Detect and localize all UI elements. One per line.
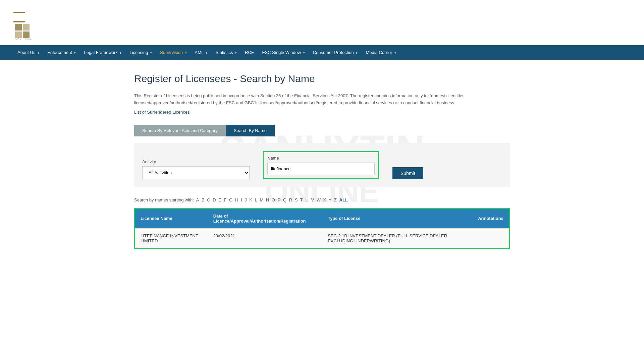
- alpha-Y[interactable]: Y: [329, 197, 332, 202]
- results-table: Licensee Name Date of Licence/Approval/A…: [135, 209, 509, 248]
- nav-link-fsc-single-window[interactable]: FSC Single Window ▾: [258, 45, 309, 60]
- nav-item-rce[interactable]: RCE: [241, 45, 258, 60]
- alpha-O[interactable]: O: [272, 197, 275, 202]
- col-licensee-name: Licensee Name: [135, 209, 208, 229]
- name-input[interactable]: [267, 163, 375, 175]
- nav-link-legal[interactable]: Legal Framework ▾: [80, 45, 125, 60]
- alphabet-row: Search by names starting with: A B C D E…: [134, 197, 510, 202]
- alpha-X[interactable]: X: [323, 197, 326, 202]
- col-annotations: Annotations: [473, 209, 509, 229]
- nav-item-media-corner[interactable]: Media Corner ▾: [362, 45, 400, 60]
- alpha-E[interactable]: E: [218, 197, 221, 202]
- cell-annotations: [473, 228, 509, 248]
- alpha-D[interactable]: D: [213, 197, 216, 202]
- alpha-J[interactable]: J: [245, 197, 247, 202]
- nav-link-supervision[interactable]: Supervision ▾: [156, 45, 191, 60]
- nav-link-licensing[interactable]: Licensing ▾: [125, 45, 156, 60]
- nav-bar: About Us ▾ Enforcement ▾ Legal Framework…: [0, 45, 644, 60]
- nav-item-licensing[interactable]: Licensing ▾: [125, 45, 156, 60]
- alpha-A[interactable]: A: [196, 197, 199, 202]
- alpha-C[interactable]: C: [207, 197, 210, 202]
- svg-rect-1: [23, 24, 30, 31]
- nav-item-fsc-single-window[interactable]: FSC Single Window ▾: [258, 45, 309, 60]
- alpha-V[interactable]: V: [311, 197, 314, 202]
- results-table-wrap: Licensee Name Date of Licence/Approval/A…: [134, 208, 510, 249]
- alpha-T[interactable]: T: [300, 197, 303, 202]
- content-wrap: Register of Licensees - Search by Name T…: [134, 73, 510, 249]
- svg-rect-0: [15, 24, 22, 31]
- activity-label: Activity: [142, 159, 250, 164]
- nav-item-statistics[interactable]: Statistics ▾: [211, 45, 241, 60]
- alpha-H[interactable]: H: [235, 197, 238, 202]
- surrendered-link[interactable]: List of Surrendered Licences: [134, 110, 190, 115]
- alpha-I[interactable]: I: [241, 197, 242, 202]
- search-form: Activity All Activities Name Submit: [134, 143, 510, 187]
- alphabet-prefix: Search by names starting with:: [134, 197, 194, 202]
- search-tabs: Search By Relevant Acts and Category Sea…: [134, 125, 510, 136]
- alpha-L[interactable]: L: [255, 197, 257, 202]
- top-header: ⎯⎯⎯⎯ MAURITIUS: [0, 0, 644, 45]
- alpha-Q[interactable]: Q: [283, 197, 286, 202]
- nav-item-legal[interactable]: Legal Framework ▾: [80, 45, 125, 60]
- table-header-row: Licensee Name Date of Licence/Approval/A…: [135, 209, 509, 229]
- table-row: LITEFINANCE INVESTMENT LIMITED 23/02/202…: [135, 228, 509, 248]
- nav-link-consumer-protection[interactable]: Consumer Protection ▾: [309, 45, 362, 60]
- alpha-M[interactable]: M: [260, 197, 263, 202]
- alpha-W[interactable]: W: [317, 197, 321, 202]
- nav-link-about[interactable]: About Us ▾: [13, 45, 43, 60]
- nav-item-consumer-protection[interactable]: Consumer Protection ▾: [309, 45, 362, 60]
- nav-link-rce[interactable]: RCE: [241, 45, 258, 60]
- alpha-N[interactable]: N: [266, 197, 269, 202]
- alpha-R[interactable]: R: [289, 197, 292, 202]
- col-date: Date of Licence/Approval/Authorisation/R…: [208, 209, 323, 229]
- tab-search-by-name[interactable]: Search By Name: [226, 125, 275, 136]
- alpha-S[interactable]: S: [295, 197, 298, 202]
- page-description: This Register of Licensees is being publ…: [134, 93, 510, 107]
- name-label: Name: [267, 156, 375, 161]
- cell-licensee-name: LITEFINANCE INVESTMENT LIMITED: [135, 228, 208, 248]
- alpha-all[interactable]: ALL: [339, 197, 348, 202]
- nav-item-supervision[interactable]: Supervision ▾: [156, 45, 191, 60]
- nav-item-enforcement[interactable]: Enforcement ▾: [43, 45, 80, 60]
- nav-item-about[interactable]: About Us ▾: [13, 45, 43, 60]
- tab-relevant-acts[interactable]: Search By Relevant Acts and Category: [134, 125, 226, 136]
- name-group: Name: [263, 151, 379, 179]
- activity-group: Activity All Activities: [142, 159, 250, 179]
- svg-rect-2: [15, 32, 22, 38]
- alpha-U[interactable]: U: [305, 197, 308, 202]
- logo-icon: ⎯⎯⎯⎯: [13, 3, 34, 22]
- col-type-of-license: Type of License: [322, 209, 473, 229]
- cell-date: 23/02/2021: [208, 228, 323, 248]
- alpha-B[interactable]: B: [202, 197, 205, 202]
- svg-rect-3: [23, 32, 30, 38]
- alpha-G[interactable]: G: [229, 197, 232, 202]
- main-content: SANUYTIN ONLINE Register of Licensees - …: [121, 60, 523, 276]
- nav-link-enforcement[interactable]: Enforcement ▾: [43, 45, 80, 60]
- alpha-Z[interactable]: Z: [334, 197, 337, 202]
- svg-text:MAURITIUS: MAURITIUS: [15, 38, 32, 40]
- alpha-K[interactable]: K: [249, 197, 252, 202]
- page-title: Register of Licensees - Search by Name: [134, 73, 510, 84]
- nav-link-media-corner[interactable]: Media Corner ▾: [362, 45, 400, 60]
- fsc-logo: MAURITIUS: [13, 22, 34, 41]
- nav-link-statistics[interactable]: Statistics ▾: [211, 45, 241, 60]
- nav-link-aml[interactable]: AML ▾: [191, 45, 212, 60]
- alpha-F[interactable]: F: [224, 197, 227, 202]
- cell-type-of-license: SEC-2.1B INVESTMENT DEALER (FULL SERVICE…: [322, 228, 473, 248]
- logo-area: ⎯⎯⎯⎯ MAURITIUS: [13, 3, 34, 42]
- nav-item-aml[interactable]: AML ▾: [191, 45, 212, 60]
- submit-button[interactable]: Submit: [392, 167, 423, 179]
- alpha-P[interactable]: P: [278, 197, 281, 202]
- activity-select[interactable]: All Activities: [142, 166, 250, 179]
